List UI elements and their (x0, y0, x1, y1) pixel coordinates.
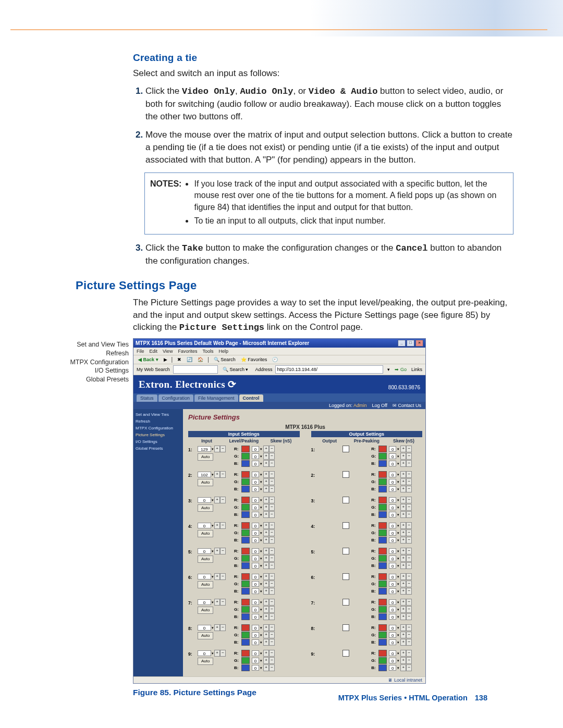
favorites-button[interactable]: ⭐ Favorites (239, 356, 269, 363)
skew-value[interactable]: 0 (389, 639, 396, 645)
skew-up-button[interactable]: + (263, 562, 269, 569)
skew-dropdown-icon[interactable]: ▾ (397, 531, 399, 535)
skew-dropdown-icon[interactable]: ▾ (397, 549, 399, 553)
skew-value[interactable]: 0 (252, 479, 259, 485)
skew-up-button[interactable]: + (400, 529, 406, 536)
skew-up-button[interactable]: + (400, 504, 406, 511)
level-up-button[interactable]: + (214, 522, 220, 529)
level-value[interactable]: 102 (198, 472, 211, 477)
skew-down-button[interactable]: − (269, 606, 275, 613)
skew-down-button[interactable]: − (269, 581, 275, 587)
skew-up-button[interactable]: + (263, 657, 269, 664)
skew-up-button[interactable]: + (400, 664, 406, 671)
skew-down-button[interactable]: − (406, 588, 412, 595)
skew-value[interactable]: 0 (389, 461, 396, 466)
skew-dropdown-icon[interactable]: ▾ (397, 600, 399, 604)
skew-down-button[interactable]: − (406, 486, 412, 492)
skew-up-button[interactable]: + (263, 613, 269, 620)
skew-up-button[interactable]: + (400, 650, 406, 657)
skew-value[interactable]: 0 (389, 497, 396, 503)
level-dropdown-icon[interactable]: ▾ (212, 575, 214, 579)
skew-up-button[interactable]: + (400, 478, 406, 485)
skew-value[interactable]: 0 (389, 588, 396, 594)
skew-value[interactable]: 0 (252, 563, 259, 569)
skew-value[interactable]: 0 (252, 639, 259, 645)
level-up-button[interactable]: + (214, 599, 220, 606)
skew-value[interactable]: 0 (389, 563, 396, 569)
skew-value[interactable]: 0 (252, 665, 259, 671)
skew-dropdown-icon[interactable]: ▾ (397, 651, 399, 656)
level-dropdown-icon[interactable]: ▾ (212, 447, 214, 451)
skew-value[interactable]: 0 (252, 530, 259, 536)
pre-peaking-checkbox[interactable] (342, 548, 349, 554)
skew-dropdown-icon[interactable]: ▾ (260, 615, 262, 619)
skew-dropdown-icon[interactable]: ▾ (260, 538, 262, 542)
skew-up-button[interactable]: + (400, 581, 406, 587)
level-value[interactable]: 0 (198, 574, 211, 579)
skew-down-button[interactable]: − (406, 599, 412, 606)
level-dropdown-icon[interactable]: ▾ (212, 651, 214, 656)
skew-dropdown-icon[interactable]: ▾ (397, 608, 399, 612)
level-up-button[interactable]: + (214, 471, 220, 478)
skew-down-button[interactable]: − (269, 460, 275, 467)
history-icon[interactable]: 🕘 (271, 356, 279, 363)
skew-value[interactable]: 0 (389, 665, 396, 671)
level-up-button[interactable]: + (214, 624, 220, 631)
auto-button[interactable]: Auto (198, 453, 213, 461)
skew-dropdown-icon[interactable]: ▾ (397, 557, 399, 561)
skew-up-button[interactable]: + (400, 639, 406, 646)
skew-value[interactable]: 0 (252, 486, 259, 492)
skew-dropdown-icon[interactable]: ▾ (397, 487, 399, 491)
menu-view[interactable]: View (163, 349, 173, 354)
level-dropdown-icon[interactable]: ▾ (212, 626, 214, 630)
skew-down-button[interactable]: − (406, 460, 412, 467)
skew-value[interactable]: 0 (389, 650, 396, 656)
skew-down-button[interactable]: − (269, 664, 275, 671)
level-dropdown-icon[interactable]: ▾ (212, 600, 214, 604)
skew-down-button[interactable]: − (269, 529, 275, 536)
skew-up-button[interactable]: + (400, 511, 406, 518)
sidebar-item-mtpx-config[interactable]: MTPX Configuration (136, 426, 181, 430)
skew-value[interactable]: 0 (389, 512, 396, 517)
skew-up-button[interactable]: + (263, 511, 269, 518)
my-web-search-input[interactable] (173, 365, 218, 374)
auto-button[interactable]: Auto (198, 504, 213, 512)
level-down-button[interactable]: − (220, 471, 226, 478)
skew-down-button[interactable]: − (269, 446, 275, 452)
level-up-button[interactable]: + (214, 573, 220, 580)
skew-dropdown-icon[interactable]: ▾ (260, 557, 262, 561)
skew-up-button[interactable]: + (400, 632, 406, 638)
skew-up-button[interactable]: + (263, 453, 269, 460)
level-value[interactable]: 0 (198, 625, 211, 631)
skew-value[interactable]: 0 (389, 446, 396, 452)
level-up-button[interactable]: + (214, 548, 220, 554)
skew-dropdown-icon[interactable]: ▾ (397, 473, 399, 477)
skew-up-button[interactable]: + (400, 562, 406, 569)
skew-dropdown-icon[interactable]: ▾ (260, 589, 262, 594)
skew-value[interactable]: 0 (252, 614, 259, 620)
skew-up-button[interactable]: + (263, 555, 269, 562)
pre-peaking-checkbox[interactable] (342, 624, 349, 631)
skew-up-button[interactable]: + (400, 486, 406, 492)
auto-button[interactable]: Auto (198, 556, 213, 563)
stop-icon[interactable]: ✖ (176, 356, 183, 363)
skew-dropdown-icon[interactable]: ▾ (260, 487, 262, 491)
skew-value[interactable]: 0 (389, 614, 396, 620)
skew-dropdown-icon[interactable]: ▾ (397, 589, 399, 594)
skew-dropdown-icon[interactable]: ▾ (260, 505, 262, 510)
skew-down-button[interactable]: − (269, 562, 275, 569)
skew-value[interactable]: 0 (252, 574, 259, 579)
pre-peaking-checkbox[interactable] (342, 573, 349, 580)
skew-dropdown-icon[interactable]: ▾ (260, 575, 262, 579)
level-down-button[interactable]: − (220, 624, 226, 631)
skew-dropdown-icon[interactable]: ▾ (397, 633, 399, 637)
forward-button[interactable]: ▶ (162, 356, 169, 363)
skew-up-button[interactable]: + (263, 522, 269, 529)
auto-button[interactable]: Auto (198, 479, 213, 486)
skew-up-button[interactable]: + (263, 573, 269, 580)
skew-up-button[interactable]: + (400, 537, 406, 544)
level-down-button[interactable]: − (220, 573, 226, 580)
skew-down-button[interactable]: − (406, 606, 412, 613)
skew-up-button[interactable]: + (400, 657, 406, 664)
skew-up-button[interactable]: + (263, 650, 269, 657)
